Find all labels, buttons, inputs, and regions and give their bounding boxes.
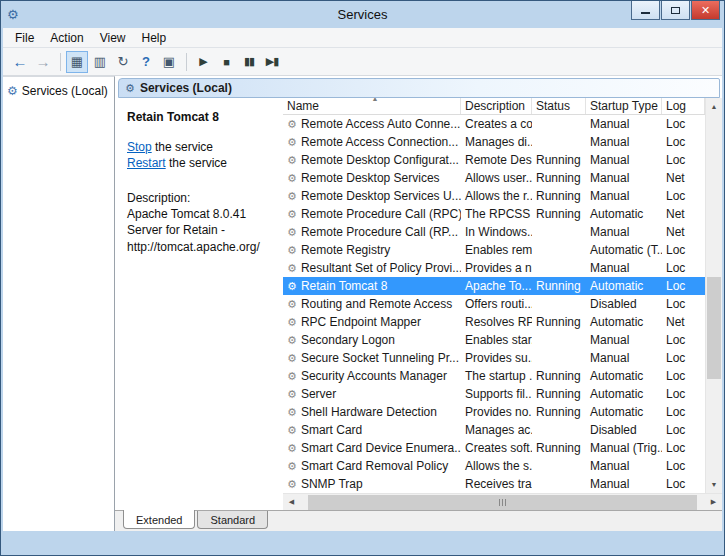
stop-link-suffix: the service — [152, 140, 213, 154]
pane-header: ⚙ Services (Local) — [118, 78, 720, 98]
service-gear-icon: ⚙ — [287, 154, 297, 167]
service-log-on-as-cell: Loc — [662, 369, 705, 383]
export-list-button[interactable]: ▥ — [89, 51, 111, 73]
forward-button[interactable]: → — [32, 51, 54, 73]
scroll-up-arrow[interactable]: ▲ — [706, 98, 722, 115]
back-button[interactable]: ← — [9, 51, 31, 73]
service-gear-icon: ⚙ — [287, 226, 297, 239]
refresh-button[interactable]: ↻ — [112, 51, 134, 73]
table-row[interactable]: ⚙ Remote Access Connection... Manages di… — [283, 133, 705, 151]
service-name-cell: RPC Endpoint Mapper — [301, 315, 421, 329]
table-row[interactable]: ⚙ Remote Desktop Configurat... Remote De… — [283, 151, 705, 169]
service-gear-icon: ⚙ — [287, 334, 297, 347]
stop-service-button[interactable]: ■ — [215, 51, 237, 73]
service-name-cell: Smart Card — [301, 423, 362, 437]
column-header-description[interactable]: Description — [461, 98, 532, 114]
table-row[interactable]: ⚙ Security Accounts Manager The startup … — [283, 367, 705, 385]
service-gear-icon: ⚙ — [287, 298, 297, 311]
show-console-tree-button[interactable]: ▦ — [66, 51, 88, 73]
table-row[interactable]: ⚙ Smart Card Manages ac... Disabled Loc — [283, 421, 705, 439]
caption-buttons: ✕ — [630, 1, 720, 20]
service-name-cell: Smart Card Removal Policy — [301, 459, 448, 473]
vertical-scrollbar[interactable]: ▲ ▼ — [705, 98, 722, 493]
tree-item-services-local[interactable]: ⚙ Services (Local) — [3, 82, 114, 100]
service-startup-type-cell: Automatic — [586, 405, 662, 419]
horizontal-scrollbar[interactable]: ◀ ▶ — [283, 493, 722, 510]
service-name-cell: Remote Access Connection... — [301, 135, 458, 149]
service-log-on-as-cell: Loc — [662, 243, 705, 257]
scroll-right-arrow[interactable]: ▶ — [705, 494, 722, 511]
service-name-cell: Secure Socket Tunneling Pr... — [301, 351, 459, 365]
table-row[interactable]: ⚙ Remote Procedure Call (RPC) The RPCSS … — [283, 205, 705, 223]
service-startup-type-cell: Automatic — [586, 315, 662, 329]
column-header-name[interactable]: ▲ Name — [283, 98, 461, 114]
service-name-cell: Smart Card Device Enumera... — [301, 441, 461, 455]
scroll-left-arrow[interactable]: ◀ — [283, 494, 300, 511]
table-row[interactable]: ⚙ Resultant Set of Policy Provi... Provi… — [283, 259, 705, 277]
column-header-status[interactable]: Status — [532, 98, 586, 114]
service-gear-icon: ⚙ — [287, 352, 297, 365]
column-header-startup-type[interactable]: Startup Type — [586, 98, 662, 114]
table-row[interactable]: ⚙ SNMP Trap Receives tra... Manual Loc — [283, 475, 705, 493]
table-row[interactable]: ⚙ Remote Access Auto Conne... Creates a … — [283, 115, 705, 133]
table-row[interactable]: ⚙ Secondary Logon Enables star... Manual… — [283, 331, 705, 349]
maximize-button[interactable] — [661, 1, 690, 20]
properties-button[interactable]: ▣ — [158, 51, 180, 73]
menu-help[interactable]: Help — [134, 29, 175, 47]
tab-standard[interactable]: Standard — [197, 511, 268, 529]
service-name-cell: Secondary Logon — [301, 333, 395, 347]
minimize-button[interactable] — [631, 1, 660, 20]
table-row[interactable]: ⚙ Smart Card Removal Policy Allows the s… — [283, 457, 705, 475]
minimize-icon — [641, 12, 650, 14]
service-startup-type-cell: Manual — [586, 333, 662, 347]
service-name-cell: Remote Access Auto Conne... — [301, 117, 460, 131]
table-row[interactable]: ⚙ Remote Desktop Services Allows user...… — [283, 169, 705, 187]
table-row[interactable]: ⚙ Smart Card Device Enumera... Creates s… — [283, 439, 705, 457]
service-log-on-as-cell: Loc — [662, 477, 705, 491]
service-description-cell: Allows user... — [461, 171, 532, 185]
vertical-scroll-thumb[interactable] — [707, 277, 721, 378]
pause-service-button[interactable]: ▮▮ — [238, 51, 260, 73]
menu-view[interactable]: View — [92, 29, 134, 47]
column-header-log-on-as[interactable]: Log — [662, 98, 705, 114]
window-frame-bottom — [1, 531, 724, 555]
horizontal-scroll-thumb[interactable] — [308, 495, 697, 510]
table-row[interactable]: ⚙ Server Supports fil... Running Automat… — [283, 385, 705, 403]
stop-service-link[interactable]: Stop — [127, 140, 152, 154]
toolbar-separator — [186, 53, 187, 71]
table-row[interactable]: ⚙ Shell Hardware Detection Provides no..… — [283, 403, 705, 421]
services-list-column: ▲ Name Description Status Startup Type L… — [283, 98, 722, 510]
selected-service-name: Retain Tomcat 8 — [127, 110, 277, 124]
service-description-cell: The startup ... — [461, 369, 532, 383]
service-startup-type-cell: Automatic — [586, 387, 662, 401]
table-row[interactable]: ⚙ Secure Socket Tunneling Pr... Provides… — [283, 349, 705, 367]
restart-service-button[interactable]: ▶▮ — [261, 51, 283, 73]
close-button[interactable]: ✕ — [691, 1, 720, 20]
service-name-cell: Remote Desktop Configurat... — [301, 153, 459, 167]
menu-action[interactable]: Action — [42, 29, 91, 47]
horizontal-scroll-track[interactable] — [300, 494, 705, 511]
service-name-cell: Security Accounts Manager — [301, 369, 447, 383]
table-row[interactable]: ⚙ Remote Desktop Services U... Allows th… — [283, 187, 705, 205]
service-log-on-as-cell: Loc — [662, 351, 705, 365]
table-row[interactable]: ⚙ Routing and Remote Access Offers routi… — [283, 295, 705, 313]
service-name-cell: Remote Desktop Services U... — [301, 189, 461, 203]
service-description-cell: In Windows... — [461, 225, 532, 239]
table-row[interactable]: ⚙ Remote Procedure Call (RP... In Window… — [283, 223, 705, 241]
tab-extended[interactable]: Extended — [123, 510, 195, 529]
start-service-button[interactable]: ▶ — [192, 51, 214, 73]
service-log-on-as-cell: Loc — [662, 441, 705, 455]
help-button[interactable]: ? — [135, 51, 157, 73]
service-gear-icon: ⚙ — [287, 280, 297, 293]
table-row[interactable]: ⚙ Remote Registry Enables rem... Automat… — [283, 241, 705, 259]
table-row[interactable]: ⚙ Retain Tomcat 8 Apache To... Running A… — [283, 277, 705, 295]
menu-file[interactable]: File — [7, 29, 42, 47]
scroll-down-arrow[interactable]: ▼ — [706, 476, 722, 493]
restart-service-link[interactable]: Restart — [127, 156, 166, 170]
service-startup-type-cell: Automatic (T... — [586, 243, 662, 257]
table-row[interactable]: ⚙ RPC Endpoint Mapper Resolves RP... Run… — [283, 313, 705, 331]
service-startup-type-cell: Manual — [586, 477, 662, 491]
main-area: ⚙ Services (Local) ⚙ Services (Local) Re… — [3, 76, 722, 531]
service-description-cell: Creates soft... — [461, 441, 532, 455]
vertical-scroll-track[interactable] — [706, 115, 722, 476]
